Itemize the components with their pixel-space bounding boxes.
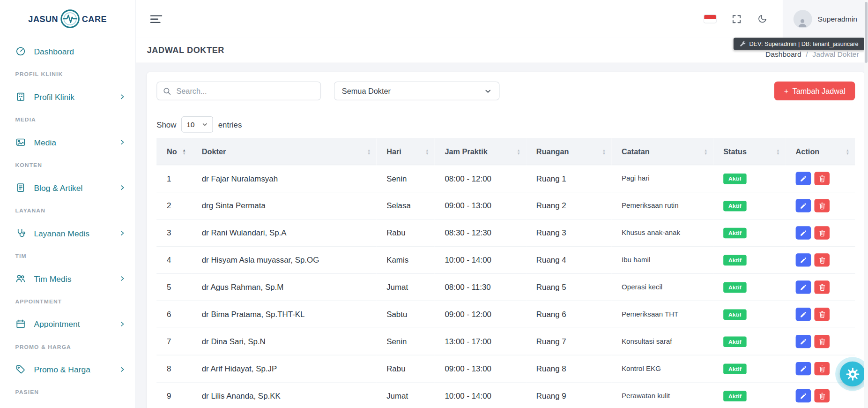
column-header-label: Dokter xyxy=(202,147,226,156)
menu-toggle-icon[interactable] xyxy=(150,14,163,23)
scrollbar-thumb[interactable] xyxy=(865,2,868,63)
topbar: Superadmin xyxy=(136,0,868,38)
chevron-right-icon xyxy=(119,320,126,327)
cell-dokter: dr Rani Wulandari, Sp.A xyxy=(192,219,376,247)
cell-hari: Senin xyxy=(376,328,434,355)
chevron-right-icon xyxy=(119,229,126,236)
column-header-ruangan[interactable]: Ruangan▲▼ xyxy=(526,138,611,165)
topbar-actions: Superadmin xyxy=(704,0,868,38)
pencil-icon xyxy=(800,257,807,264)
search-input[interactable] xyxy=(156,82,321,100)
breadcrumb-dashboard[interactable]: Dashboard xyxy=(765,50,801,58)
column-header-catatan[interactable]: Catatan▲▼ xyxy=(611,138,713,165)
cell-no: 8 xyxy=(156,355,192,382)
sidebar-section-label: PASIEN xyxy=(0,381,135,403)
doctor-filter-value: Semua Dokter xyxy=(342,87,391,95)
edit-button[interactable] xyxy=(796,389,811,402)
cell-hari: Sabtu xyxy=(376,301,434,328)
chevron-right-icon xyxy=(119,139,126,146)
vertical-scrollbar[interactable] xyxy=(864,0,868,408)
sort-icon: ▲▼ xyxy=(517,148,520,155)
sidebar-item-promo-harga[interactable]: Promo & Harga xyxy=(0,358,135,381)
calendar-icon xyxy=(15,319,26,329)
edit-button[interactable] xyxy=(796,362,811,375)
dark-mode-moon-icon[interactable] xyxy=(757,14,767,24)
edit-button[interactable] xyxy=(796,226,811,239)
delete-button[interactable] xyxy=(814,308,830,321)
chevron-down-icon xyxy=(202,121,208,128)
cell-no: 9 xyxy=(156,382,192,408)
cell-ruangan: Ruang 8 xyxy=(526,355,611,382)
entries-label: entries xyxy=(218,120,242,129)
cell-no: 4 xyxy=(156,246,192,273)
chevron-right-icon xyxy=(119,275,126,282)
sidebar-item-appointment[interactable]: Appointment xyxy=(0,313,135,335)
entries-length-select[interactable]: 10 xyxy=(181,116,213,132)
sidebar-item-blog-artikel[interactable]: Blog & Artikel xyxy=(0,176,135,199)
settings-fab-button[interactable] xyxy=(840,362,865,386)
table-header-row: No▲▼ Dokter▲▼ Hari▲▼ Jam Praktik▲▼ Ruang… xyxy=(156,138,855,165)
column-header-dokter[interactable]: Dokter▲▼ xyxy=(192,138,376,165)
trash-icon xyxy=(818,392,825,399)
edit-button[interactable] xyxy=(796,172,811,185)
edit-button[interactable] xyxy=(796,199,811,212)
edit-button[interactable] xyxy=(796,280,811,294)
schedule-table: No▲▼ Dokter▲▼ Hari▲▼ Jam Praktik▲▼ Ruang… xyxy=(156,138,855,408)
doctor-filter-select[interactable]: Semua Dokter xyxy=(334,82,499,100)
sidebar-section-label: TIM xyxy=(0,244,135,267)
delete-button[interactable] xyxy=(814,172,830,185)
column-header-no[interactable]: No▲▼ xyxy=(156,138,192,165)
breadcrumb-separator: / xyxy=(806,50,808,58)
table-toolbar: Semua Dokter + Tambah Jadwal xyxy=(156,82,855,100)
cell-catatan: Kontrol EKG xyxy=(611,355,713,382)
cell-status: Aktif xyxy=(713,273,785,301)
gear-icon xyxy=(845,367,860,381)
column-header-status[interactable]: Status▲▼ xyxy=(713,138,785,165)
table-row: 4dr Hisyam Asla muyassar, Sp.OGKamis10:0… xyxy=(156,246,855,273)
pencil-icon xyxy=(800,175,807,182)
status-badge: Aktif xyxy=(723,200,747,211)
blog-article-icon xyxy=(15,182,26,193)
dev-environment-badge: DEV: Superadmin | DB: tenant_jasuncare xyxy=(734,38,865,50)
sidebar-item-label: Layanan Medis xyxy=(34,229,89,238)
sidebar-item-layanan-medis[interactable]: Layanan Medis xyxy=(0,222,135,244)
delete-button[interactable] xyxy=(814,362,830,375)
sort-icon: ▲▼ xyxy=(367,148,371,155)
brand-name-left: JASUN xyxy=(28,14,58,23)
cell-catatan: Pemeriksaan THT xyxy=(611,301,713,328)
sort-icon: ▲▼ xyxy=(602,148,606,155)
trash-icon xyxy=(818,365,825,372)
delete-button[interactable] xyxy=(814,226,830,239)
language-flag-icon[interactable] xyxy=(704,15,716,23)
status-badge: Aktif xyxy=(723,363,747,374)
search-box xyxy=(156,82,321,100)
delete-button[interactable] xyxy=(814,389,830,402)
sort-icon: ▲▼ xyxy=(182,148,186,155)
add-schedule-button[interactable]: + Tambah Jadwal xyxy=(774,82,855,100)
sidebar-item-tim-medis[interactable]: Tim Medis xyxy=(0,267,135,290)
column-header-action[interactable]: Action▲▼ xyxy=(786,138,855,165)
column-header-hari[interactable]: Hari▲▼ xyxy=(376,138,434,165)
delete-button[interactable] xyxy=(814,280,830,294)
sidebar-item-label: Blog & Artikel xyxy=(34,183,82,192)
brand-logo[interactable]: JASUN CARE xyxy=(0,0,135,38)
fullscreen-icon[interactable] xyxy=(731,14,742,24)
cell-status: Aktif xyxy=(713,328,785,355)
edit-button[interactable] xyxy=(796,308,811,321)
edit-button[interactable] xyxy=(796,335,811,348)
user-menu[interactable]: Superadmin xyxy=(783,0,868,38)
sidebar-item-media[interactable]: Media xyxy=(0,131,135,153)
cell-hari: Rabu xyxy=(376,355,434,382)
delete-button[interactable] xyxy=(814,253,830,266)
tag-icon xyxy=(15,364,26,375)
sidebar-item-dashboard[interactable]: Dashboard xyxy=(0,40,135,62)
edit-button[interactable] xyxy=(796,253,811,266)
column-header-jam-praktik[interactable]: Jam Praktik▲▼ xyxy=(435,138,526,165)
username: Superadmin xyxy=(818,15,858,23)
delete-button[interactable] xyxy=(814,335,830,348)
column-header-label: Ruangan xyxy=(536,147,569,156)
status-badge: Aktif xyxy=(723,391,747,401)
delete-button[interactable] xyxy=(814,199,830,212)
cell-dokter: dr Fajar Nuralamsyah xyxy=(192,165,376,192)
sidebar-item-profil-klinik[interactable]: Profil Klinik xyxy=(0,85,135,108)
